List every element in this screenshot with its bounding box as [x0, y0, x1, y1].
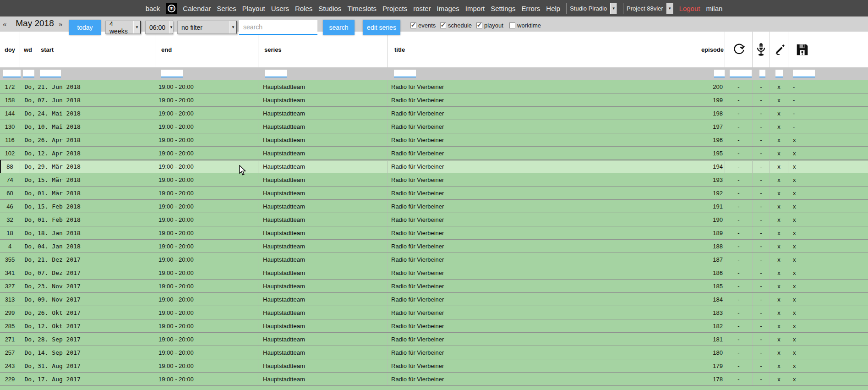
filter-series-input[interactable]: [265, 70, 287, 77]
table-row[interactable]: 299 Do, 26. Okt 2017 19:00 - 20:00 Haupt…: [0, 306, 868, 319]
nav-item-settings[interactable]: Settings: [491, 5, 515, 12]
filter-saved-input[interactable]: [793, 70, 815, 77]
filter-edited-input[interactable]: [775, 70, 783, 77]
range-select[interactable]: 4 weeks ▼: [105, 21, 141, 34]
nav-item-series[interactable]: Series: [217, 5, 236, 12]
row-repeat-flag: -: [725, 173, 752, 186]
nav-item-help[interactable]: Help: [546, 5, 560, 12]
table-row[interactable]: 355 Do, 21. Dez 2017 19:00 - 20:00 Haupt…: [0, 253, 868, 266]
table-row[interactable]: 74 Do, 15. Mär 2018 19:00 - 20:00 Haupts…: [0, 173, 868, 187]
save-disk-icon[interactable]: [788, 32, 868, 67]
repeat-icon[interactable]: [725, 32, 752, 67]
checkbox-box[interactable]: [509, 22, 515, 28]
row-repeat-flag: -: [725, 226, 752, 239]
row-episode: 188: [702, 240, 725, 253]
column-header-start[interactable]: start: [36, 32, 155, 67]
table-row[interactable]: 88 Do, 29. Mär 2018 19:00 - 20:00 Haupts…: [0, 160, 868, 173]
column-header-wd[interactable]: wd: [20, 32, 36, 67]
table-row[interactable]: 229 Do, 17. Aug 2017 19:00 - 20:00 Haupt…: [0, 373, 868, 386]
row-recording-flag: -: [752, 173, 770, 186]
row-doy: 172: [0, 80, 20, 93]
table-row[interactable]: 46 Do, 15. Feb 2018 19:00 - 20:00 Haupts…: [0, 200, 868, 213]
project-select[interactable]: Project 88vier ▼: [623, 3, 673, 14]
events-checkbox[interactable]: events: [410, 22, 436, 29]
logout-link[interactable]: Logout: [679, 5, 700, 12]
nav-item-import[interactable]: Import: [465, 5, 485, 12]
filter-end-input[interactable]: [161, 70, 183, 77]
nav-item-calendar[interactable]: Calendar: [183, 5, 211, 12]
start-time-select[interactable]: 06:00 ▼: [145, 21, 173, 34]
table-row[interactable]: 144 Do, 24. Mai 2018 19:00 - 20:00 Haupt…: [0, 107, 868, 120]
nav-item-projects[interactable]: Projects: [382, 5, 407, 12]
today-button[interactable]: today: [69, 20, 101, 35]
table-row[interactable]: 32 Do, 01. Feb 2018 19:00 - 20:00 Haupts…: [0, 213, 868, 226]
table-row[interactable]: 257 Do, 14. Sep 2017 19:00 - 20:00 Haupt…: [0, 346, 868, 359]
microphone-icon[interactable]: [752, 32, 770, 67]
row-recording-flag: -: [752, 333, 770, 346]
table-row[interactable]: 18 Do, 18. Jan 2018 19:00 - 20:00 Haupts…: [0, 226, 868, 240]
row-time-range: 19:00 - 20:00: [155, 266, 258, 279]
nav-item-timeslots[interactable]: Timeslots: [347, 5, 377, 12]
table-row[interactable]: 271 Do, 28. Sep 2017 19:00 - 20:00 Haupt…: [0, 333, 868, 346]
column-header-end[interactable]: end: [155, 32, 258, 67]
filter-doy-input[interactable]: [3, 70, 21, 77]
row-doy: 327: [0, 280, 20, 292]
table-row[interactable]: 243 Do, 31. Aug 2017 19:00 - 20:00 Haupt…: [0, 359, 868, 373]
table-row[interactable]: 327 Do, 23. Nov 2017 19:00 - 20:00 Haupt…: [0, 280, 868, 293]
row-time-range: 19:00 - 20:00: [155, 319, 258, 332]
column-header-title[interactable]: title: [387, 32, 702, 67]
checkbox-box[interactable]: [440, 22, 446, 28]
table-row[interactable]: 130 Do, 10. Mai 2018 19:00 - 20:00 Haupt…: [0, 120, 868, 133]
table-row[interactable]: 285 Do, 12. Okt 2017 19:00 - 20:00 Haupt…: [0, 319, 868, 333]
table-row[interactable]: 60 Do, 01. Mär 2018 19:00 - 20:00 Haupts…: [0, 187, 868, 200]
app-logo-icon[interactable]: m: [166, 3, 177, 14]
checkbox-box[interactable]: [410, 22, 416, 28]
nav-item-roster[interactable]: roster: [413, 5, 431, 12]
row-start-date: 10. Mai 2018: [36, 120, 155, 133]
filter-recording-input[interactable]: [759, 70, 765, 77]
table-row[interactable]: 341 Do, 07. Dez 2017 19:00 - 20:00 Haupt…: [0, 266, 868, 280]
row-time-range: 19:00 - 20:00: [155, 333, 258, 346]
schedule-checkbox[interactable]: schedule: [440, 22, 472, 29]
column-header-episode[interactable]: episode: [702, 32, 725, 67]
nav-item-roles[interactable]: Roles: [295, 5, 312, 12]
search-input[interactable]: [239, 20, 317, 35]
playout-checkbox[interactable]: playout: [476, 22, 503, 29]
next-month-button[interactable]: »: [59, 20, 62, 28]
table-row[interactable]: 172 Do, 21. Jun 2018 19:00 - 20:00 Haupt…: [0, 80, 868, 93]
partial-table-row[interactable]: [0, 386, 868, 390]
nav-item-errors[interactable]: Errors: [521, 5, 540, 12]
row-start-date: 18. Jan 2018: [36, 226, 155, 239]
studio-select[interactable]: Studio Piradio ▼: [566, 3, 617, 14]
nav-item-images[interactable]: Images: [437, 5, 459, 12]
worktime-checkbox[interactable]: worktime: [509, 22, 541, 29]
previous-month-button[interactable]: «: [3, 20, 6, 28]
checkbox-box[interactable]: [476, 22, 482, 28]
edit-series-button[interactable]: edit series: [363, 20, 400, 35]
filter-start-input[interactable]: [40, 70, 61, 77]
filter-repeat-input[interactable]: [730, 70, 752, 77]
row-time-range: 19:00 - 20:00: [155, 93, 258, 106]
pencil-icon[interactable]: [770, 32, 788, 67]
column-header-doy[interactable]: doy: [0, 32, 20, 67]
nav-item-users[interactable]: Users: [271, 5, 289, 12]
table-row[interactable]: 102 Do, 12. Apr 2018 19:00 - 20:00 Haupt…: [0, 147, 868, 160]
filter-episode-input[interactable]: [714, 70, 725, 77]
search-button[interactable]: search: [323, 20, 355, 35]
nav-item-playout[interactable]: Playout: [242, 5, 265, 12]
filter-wd-input[interactable]: [23, 70, 34, 77]
filter-select[interactable]: no filter ▼: [177, 21, 237, 34]
table-filter-row: [0, 67, 868, 80]
nav-back-link[interactable]: back: [146, 5, 160, 12]
filter-title-input[interactable]: [394, 70, 416, 77]
column-header-series[interactable]: series: [258, 32, 387, 67]
row-series: Hauptstadtteam: [258, 306, 387, 319]
table-row[interactable]: 116 Do, 26. Apr 2018 19:00 - 20:00 Haupt…: [0, 133, 868, 147]
table-row[interactable]: 4 Do, 04. Jan 2018 19:00 - 20:00 Hauptst…: [0, 240, 868, 253]
nav-item-studios[interactable]: Studios: [318, 5, 341, 12]
table-row[interactable]: 313 Do, 09. Nov 2017 19:00 - 20:00 Haupt…: [0, 293, 868, 306]
table-row[interactable]: 158 Do, 07. Jun 2018 19:00 - 20:00 Haupt…: [0, 93, 868, 107]
row-episode: 195: [702, 147, 725, 159]
row-repeat-flag: -: [725, 107, 752, 120]
row-weekday: Do,: [20, 226, 36, 239]
